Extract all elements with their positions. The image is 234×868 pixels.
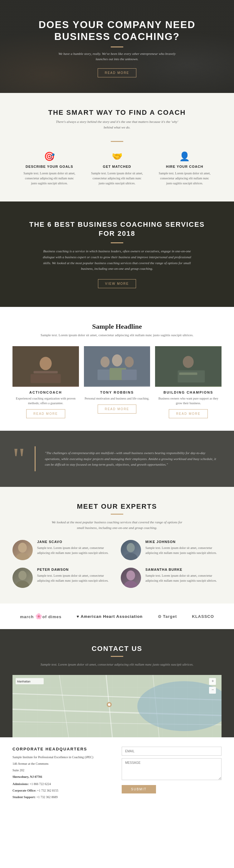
expert-peter: PETER DAWSON Sample text. Lorem ipsum do… — [12, 568, 113, 588]
admissions-label: Admissions: — [12, 782, 29, 786]
experts-subtitle: We looked at the most popular business c… — [48, 520, 186, 530]
expert-peter-info: PETER DAWSON Sample text. Lorem ipsum do… — [37, 568, 113, 588]
cards-subtitle: Sample text. Lorem ipsum dolor sit amet,… — [12, 333, 222, 337]
best-services-divider — [111, 242, 123, 243]
svg-point-30 — [137, 681, 222, 731]
card-tonyrobbins-image — [84, 346, 150, 387]
svg-point-22 — [124, 581, 138, 588]
corporate-phones: Admissions: +1 866 722 6224 Corporate Of… — [12, 781, 112, 800]
expert-mike-info: MIKE JOHNSON Sample text. Lorem ipsum do… — [145, 540, 222, 560]
svg-rect-14 — [179, 372, 198, 375]
svg-rect-33 — [16, 678, 44, 684]
expert-mike-desc: Sample text. Lorem ipsum dolor sit amet,… — [145, 546, 222, 556]
expert-samantha-name: SAMANTHA BURKE — [145, 568, 222, 571]
expert-mike: MIKE JOHNSON Sample text. Lorem ipsum do… — [121, 540, 222, 560]
admissions-number: +1 866 722 6224 — [30, 782, 51, 786]
smart-way-section: THE SMART WAY TO FIND A COACH There's al… — [0, 93, 234, 202]
svg-rect-10 — [122, 370, 137, 380]
smart-way-title: THE SMART WAY TO FIND A COACH — [19, 108, 215, 117]
hire-icon: 👤 — [157, 151, 212, 161]
avatar-mike — [121, 540, 141, 560]
expert-samantha-desc: Sample text. Lorem ipsum dolor sit amet,… — [145, 573, 222, 583]
american-heart-icon: ♥ American Heart Association — [77, 614, 143, 619]
svg-rect-9 — [110, 368, 126, 380]
corporate-city: Shrewsbury, NJ 07701 — [12, 774, 112, 779]
svg-rect-2 — [34, 371, 58, 374]
svg-point-16 — [16, 553, 29, 560]
card-tonyrobbins-title: TONY ROBBINS — [84, 391, 150, 394]
best-services-cta-button[interactable]: VIEW MORE — [98, 279, 136, 288]
card-buildingchampions-desc: Business owners who want pure support as… — [155, 396, 222, 405]
submit-button[interactable]: SUBMIT — [122, 785, 156, 794]
card-actioncoach-title: ACTIONCOACH — [12, 391, 79, 394]
experts-title: MEET OUR EXPERTS — [12, 502, 222, 510]
message-field[interactable] — [122, 758, 222, 780]
avatar-samantha — [121, 568, 141, 588]
expert-jane-info: JANE SCAVO Sample text. Lorem ipsum dolo… — [37, 540, 113, 560]
svg-point-31 — [107, 702, 112, 707]
expert-jane-name: JANE SCAVO — [37, 540, 113, 544]
student-support-label: Student Support: — [12, 795, 35, 799]
avatar-peter — [12, 568, 33, 588]
avatar-jane — [12, 540, 33, 560]
smart-way-steps: 🎯 Describe Your Goals Sample text. Lorem… — [19, 148, 215, 189]
card-buildingchampions-image — [155, 346, 222, 387]
svg-point-19 — [19, 571, 27, 580]
corporate-company: Sample Institute for Professional Excell… — [12, 754, 112, 760]
svg-rect-0 — [12, 347, 79, 386]
svg-point-1 — [40, 357, 52, 370]
card-buildingchampions: BUILDING CHAMPIONS Business owners who w… — [155, 346, 222, 418]
svg-point-5 — [100, 356, 110, 367]
card-tonyrobbins-button[interactable]: READ MORE — [98, 405, 137, 413]
experts-grid: JANE SCAVO Sample text. Lorem ipsum dolo… — [12, 540, 222, 588]
smart-way-subtitle: There's always a story behind the story … — [52, 119, 182, 130]
svg-rect-4 — [84, 347, 150, 386]
svg-point-15 — [18, 543, 27, 553]
contact-subtitle: Sample text. Lorem ipsum dolor sit amet,… — [12, 662, 222, 668]
svg-point-32 — [108, 703, 111, 706]
experts-section: MEET OUR EXPERTS We looked at the most p… — [0, 487, 234, 603]
card-actioncoach-desc: Experienced coaching organization with p… — [12, 396, 79, 405]
expert-samantha: SAMANTHA BURKE Sample text. Lorem ipsum … — [121, 568, 222, 588]
klassco-label: KLASSCO — [192, 614, 214, 619]
logo-march-of-dimes: march 🌸of dimes — [20, 613, 61, 620]
corporate-address1: 146 Avenue at the Commons — [12, 761, 112, 766]
card-actioncoach-image — [12, 346, 79, 387]
target-icon: ⊙ Target — [158, 614, 177, 619]
march-of-dimes-icon: march 🌸of dimes — [20, 614, 61, 619]
email-field[interactable] — [122, 747, 222, 756]
best-services-title: THE 6 BEST BUSINESS COACHING SERVICES FO… — [25, 220, 209, 238]
logos-section: march 🌸of dimes ♥ American Heart Associa… — [0, 603, 234, 629]
experts-divider — [111, 514, 123, 515]
svg-rect-13 — [178, 371, 205, 383]
step-hire-text: Sample text. Lorem ipsum dolor sit amet,… — [157, 171, 212, 186]
hero-subtitle: We have a humble story, really. We've be… — [58, 51, 176, 62]
step-matched: 🤝 Get Matched Sample text. Lorem ipsum d… — [86, 148, 148, 189]
corporate-address2: Suite 202 — [12, 768, 112, 773]
hero-divider — [111, 46, 123, 48]
corporate-info: CORPORATE HEADQUARTERS Sample Institute … — [12, 747, 112, 801]
contact-map: Manhattan + − — [12, 675, 222, 737]
hero-title: DOES YOUR COMPANY NEED BUSINESS COACHING… — [25, 19, 209, 43]
step-hire-title: Hire Your Coach — [157, 165, 212, 168]
svg-line-27 — [59, 675, 69, 737]
svg-rect-37 — [209, 687, 216, 694]
svg-point-21 — [126, 570, 135, 581]
expert-jane: JANE SCAVO Sample text. Lorem ipsum dolo… — [12, 540, 113, 560]
quote-text: "The challenges of entrepreneurship are … — [45, 450, 222, 468]
step-matched-text: Sample text. Lorem ipsum dolor sit amet,… — [90, 171, 145, 186]
svg-line-29 — [153, 675, 159, 737]
expert-peter-desc: Sample text. Lorem ipsum dolor sit amet,… — [37, 573, 113, 583]
hero-cta-button[interactable]: READ MORE — [98, 68, 137, 78]
svg-rect-11 — [155, 347, 222, 386]
card-actioncoach-button[interactable]: READ MORE — [26, 409, 65, 418]
contact-divider — [111, 656, 123, 657]
corporate-section: CORPORATE HEADQUARTERS Sample Institute … — [0, 737, 234, 810]
logo-klassco: KLASSCO — [192, 614, 214, 619]
card-buildingchampions-button[interactable]: READ MORE — [169, 409, 208, 418]
goals-icon: 🎯 — [22, 151, 77, 161]
card-buildingchampions-title: BUILDING CHAMPIONS — [155, 391, 222, 394]
smart-way-divider — [111, 141, 123, 142]
svg-line-24 — [12, 694, 222, 700]
expert-mike-name: MIKE JOHNSON — [145, 540, 222, 544]
